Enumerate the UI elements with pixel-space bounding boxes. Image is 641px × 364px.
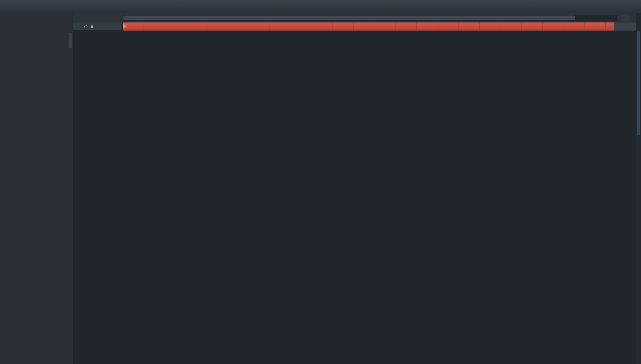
horizontal-scrollbar-thumb[interactable] <box>124 16 575 20</box>
timeline-ruler[interactable] <box>123 22 614 31</box>
song-start-marker-icon <box>123 24 126 29</box>
vertical-scrollbar[interactable] <box>636 13 641 364</box>
top-toolbar <box>0 0 641 14</box>
playlist-toolbar <box>73 13 636 23</box>
fl-studio-window <box>0 0 641 364</box>
pattern-picker <box>0 13 73 364</box>
playlist-options-bar <box>73 22 123 31</box>
step-toggle[interactable] <box>84 25 88 28</box>
timeline-ruler-overflow[interactable] <box>614 22 636 31</box>
horizontal-scrollbar[interactable] <box>123 15 617 21</box>
track-rows <box>73 31 636 364</box>
pattern-picker-scrollbar[interactable] <box>69 33 72 48</box>
pattern-picker-header-icon[interactable] <box>0 13 73 23</box>
slide-toggle[interactable] <box>91 25 93 28</box>
vertical-scrollbar-thumb[interactable] <box>637 31 640 135</box>
scroll-right-button[interactable] <box>620 15 630 21</box>
